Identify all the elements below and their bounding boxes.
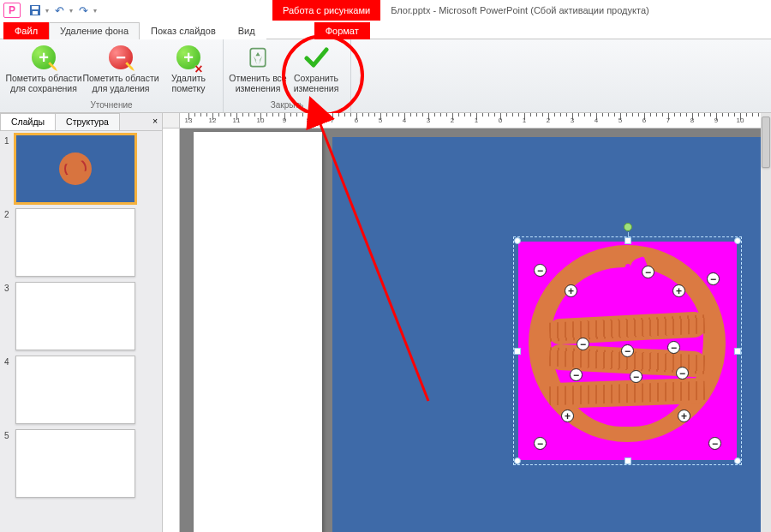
remove-mark[interactable]: [630, 370, 642, 383]
tab-slideshow[interactable]: Показ слайдов: [140, 22, 227, 39]
thumbnail-slide-2[interactable]: [15, 208, 135, 277]
thumbnail-row[interactable]: 2: [2, 208, 160, 277]
canvas-margin: [194, 132, 322, 532]
remove-mark[interactable]: [676, 367, 689, 380]
pane-tab-outline[interactable]: Структура: [55, 113, 120, 130]
scrollbar-thumb[interactable]: [762, 117, 770, 168]
thumbnail-row[interactable]: 1: [2, 134, 160, 203]
remove-mark[interactable]: [708, 437, 721, 450]
vertical-scrollbar[interactable]: [761, 113, 771, 532]
doc-name: Блог.pptx: [391, 5, 430, 15]
pane-tabs: Слайды Структура ×: [0, 113, 162, 131]
resize-handle[interactable]: [734, 457, 741, 464]
remove-mark[interactable]: [570, 368, 583, 381]
recycle-icon: [244, 44, 272, 71]
keep-mark[interactable]: [565, 284, 577, 297]
thumbnail-number: 1: [2, 134, 15, 146]
resize-handle[interactable]: [734, 348, 741, 355]
thumbnail-row[interactable]: 3: [2, 282, 160, 350]
remove-mark[interactable]: [577, 338, 589, 350]
remove-mark[interactable]: [642, 266, 654, 278]
keep-mark[interactable]: [678, 409, 690, 422]
thumbnail-number: 5: [2, 429, 15, 440]
svg-rect-3: [250, 49, 266, 67]
editor-area: 13121110987654321012345678910: [163, 113, 771, 532]
qat-customize[interactable]: ▾: [93, 3, 98, 18]
thumbnail-number: 4: [2, 356, 15, 367]
quick-access-toolbar: ▾ ↶ ▾ ↷ ▾: [24, 3, 101, 18]
horizontal-ruler[interactable]: 13121110987654321012345678910: [180, 113, 771, 129]
keep-mark[interactable]: [672, 284, 685, 297]
save-icon: [29, 4, 41, 16]
resize-handle[interactable]: [625, 457, 631, 464]
tab-background-removal[interactable]: Удаление фона: [49, 22, 140, 39]
ribbon-tabs: Файл Удаление фона Показ слайдов Вид Фор…: [0, 21, 771, 39]
svg-rect-2: [33, 11, 38, 15]
vertical-ruler[interactable]: [163, 129, 180, 532]
remove-mark[interactable]: [621, 344, 634, 357]
ribbon: + Пометить области для сохранения − Поме…: [0, 39, 771, 113]
remove-mark[interactable]: [667, 341, 680, 354]
pane-tab-slides[interactable]: Слайды: [0, 113, 56, 130]
checkmark-icon: [302, 44, 330, 71]
mark-areas-keep-button[interactable]: + Пометить области для сохранения: [5, 41, 82, 99]
rotate-handle[interactable]: [624, 223, 632, 231]
discard-changes-button[interactable]: Отменить все изменения: [229, 41, 287, 99]
thumbnail-row[interactable]: 4: [2, 356, 160, 424]
slides-pane: Слайды Структура × 1 2 3 4 5: [0, 113, 163, 532]
thumbnail-slide-5[interactable]: [15, 429, 135, 498]
remove-mark[interactable]: [707, 272, 720, 285]
delete-mark-button[interactable]: +× Удалить пометку: [159, 41, 218, 99]
resize-handle[interactable]: [734, 237, 741, 244]
contextual-tab-label: Работа с рисунками: [272, 0, 380, 21]
activation-status: (Сбой активации продукта): [530, 5, 648, 15]
foreground-region: [529, 245, 726, 442]
pane-close-button[interactable]: ×: [142, 113, 163, 130]
remove-mark[interactable]: [534, 264, 547, 277]
group-label-refine: Уточнение: [90, 99, 132, 111]
mark-areas-remove-button[interactable]: − Пометить области для удаления: [82, 41, 159, 99]
qat-undo-more[interactable]: ▾: [69, 3, 74, 18]
remove-mark[interactable]: [534, 437, 547, 450]
tab-format[interactable]: Формат: [314, 22, 370, 39]
thumbnail-number: 3: [2, 282, 15, 293]
resize-handle[interactable]: [514, 237, 521, 244]
qat-undo-button[interactable]: ↶: [51, 3, 67, 18]
qat-save-button[interactable]: [27, 3, 43, 18]
app-icon: P: [3, 3, 21, 18]
resize-handle[interactable]: [625, 237, 631, 244]
app-name: Microsoft PowerPoint: [439, 5, 528, 15]
ribbon-group-close: Отменить все изменения Сохранить изменен…: [224, 39, 351, 112]
ruler-corner: [163, 113, 180, 129]
plus-icon: +: [32, 45, 56, 69]
keep-mark[interactable]: [561, 409, 574, 422]
minus-icon: −: [109, 45, 133, 69]
ribbon-group-refine: + Пометить области для сохранения − Поме…: [0, 39, 224, 112]
thumbnail-list[interactable]: 1 2 3 4 5: [0, 131, 162, 532]
thumbnail-slide-3[interactable]: [15, 282, 135, 350]
keep-changes-button[interactable]: Сохранить изменения: [287, 41, 345, 99]
qat-redo-button[interactable]: ↷: [75, 3, 91, 18]
resize-handle[interactable]: [514, 457, 521, 464]
title-bar: P ▾ ↶ ▾ ↷ ▾ Работа с рисунками Блог.pptx…: [0, 0, 771, 21]
tab-view[interactable]: Вид: [227, 22, 266, 39]
image-selection[interactable]: [518, 242, 737, 460]
plus-with-x-icon: +×: [176, 45, 200, 69]
svg-rect-1: [32, 6, 39, 9]
thumbnail-row[interactable]: 5: [2, 429, 160, 498]
slide-background[interactable]: [332, 137, 771, 532]
tab-file[interactable]: Файл: [3, 22, 49, 39]
slide-canvas[interactable]: [180, 129, 771, 532]
thumbnail-slide-4[interactable]: [15, 356, 135, 424]
thumbnail-number: 2: [2, 208, 15, 219]
group-label-close: Закрыть: [271, 99, 304, 111]
window-title: Блог.pptx - Microsoft PowerPoint (Сбой а…: [391, 5, 649, 15]
workspace: Слайды Структура × 1 2 3 4 5: [0, 113, 771, 532]
thumbnail-slide-1[interactable]: [15, 134, 135, 203]
qat-separator: ▾: [45, 3, 50, 18]
resize-handle[interactable]: [514, 348, 521, 355]
